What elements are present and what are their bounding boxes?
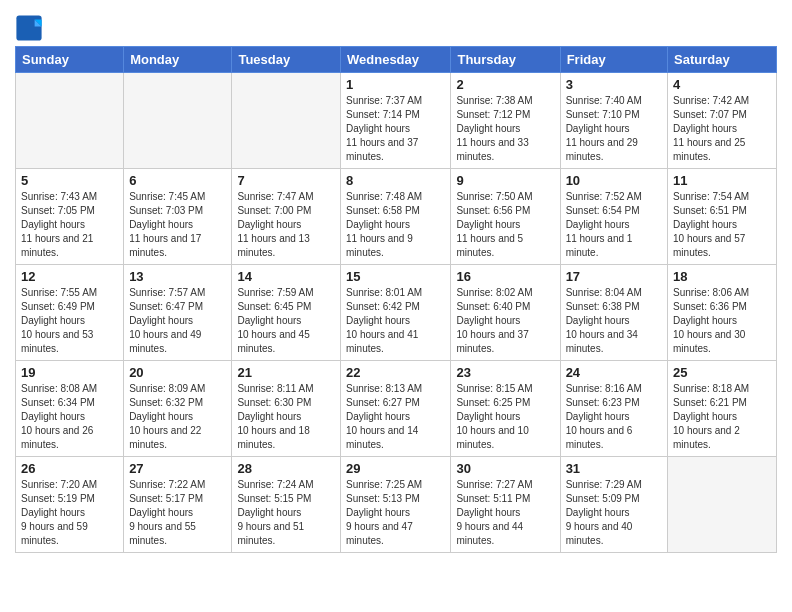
- day-number: 6: [129, 173, 226, 188]
- day-number: 1: [346, 77, 445, 92]
- calendar-cell: 13 Sunrise: 7:57 AM Sunset: 6:47 PM Dayl…: [124, 265, 232, 361]
- calendar-cell: 27 Sunrise: 7:22 AM Sunset: 5:17 PM Dayl…: [124, 457, 232, 553]
- calendar-week-5: 26 Sunrise: 7:20 AM Sunset: 5:19 PM Dayl…: [16, 457, 777, 553]
- svg-rect-0: [16, 15, 41, 40]
- day-number: 15: [346, 269, 445, 284]
- calendar-cell: 6 Sunrise: 7:45 AM Sunset: 7:03 PM Dayli…: [124, 169, 232, 265]
- calendar-cell: 16 Sunrise: 8:02 AM Sunset: 6:40 PM Dayl…: [451, 265, 560, 361]
- calendar-cell: 22 Sunrise: 8:13 AM Sunset: 6:27 PM Dayl…: [341, 361, 451, 457]
- day-info: Sunrise: 7:47 AM Sunset: 7:00 PM Dayligh…: [237, 190, 335, 260]
- day-number: 24: [566, 365, 662, 380]
- day-header-monday: Monday: [124, 47, 232, 73]
- day-header-wednesday: Wednesday: [341, 47, 451, 73]
- day-info: Sunrise: 8:04 AM Sunset: 6:38 PM Dayligh…: [566, 286, 662, 356]
- day-number: 13: [129, 269, 226, 284]
- calendar-cell: 31 Sunrise: 7:29 AM Sunset: 5:09 PM Dayl…: [560, 457, 667, 553]
- day-info: Sunrise: 7:43 AM Sunset: 7:05 PM Dayligh…: [21, 190, 118, 260]
- calendar-cell: 2 Sunrise: 7:38 AM Sunset: 7:12 PM Dayli…: [451, 73, 560, 169]
- day-info: Sunrise: 7:52 AM Sunset: 6:54 PM Dayligh…: [566, 190, 662, 260]
- day-info: Sunrise: 7:20 AM Sunset: 5:19 PM Dayligh…: [21, 478, 118, 548]
- calendar-cell: 18 Sunrise: 8:06 AM Sunset: 6:36 PM Dayl…: [668, 265, 777, 361]
- day-info: Sunrise: 7:57 AM Sunset: 6:47 PM Dayligh…: [129, 286, 226, 356]
- day-number: 21: [237, 365, 335, 380]
- day-info: Sunrise: 7:45 AM Sunset: 7:03 PM Dayligh…: [129, 190, 226, 260]
- calendar-cell: 29 Sunrise: 7:25 AM Sunset: 5:13 PM Dayl…: [341, 457, 451, 553]
- calendar-cell: 9 Sunrise: 7:50 AM Sunset: 6:56 PM Dayli…: [451, 169, 560, 265]
- calendar-cell: [16, 73, 124, 169]
- calendar-cell: 12 Sunrise: 7:55 AM Sunset: 6:49 PM Dayl…: [16, 265, 124, 361]
- calendar-cell: 25 Sunrise: 8:18 AM Sunset: 6:21 PM Dayl…: [668, 361, 777, 457]
- calendar-table: SundayMondayTuesdayWednesdayThursdayFrid…: [15, 46, 777, 553]
- day-info: Sunrise: 8:11 AM Sunset: 6:30 PM Dayligh…: [237, 382, 335, 452]
- day-info: Sunrise: 8:02 AM Sunset: 6:40 PM Dayligh…: [456, 286, 554, 356]
- day-info: Sunrise: 7:24 AM Sunset: 5:15 PM Dayligh…: [237, 478, 335, 548]
- day-info: Sunrise: 7:40 AM Sunset: 7:10 PM Dayligh…: [566, 94, 662, 164]
- day-number: 14: [237, 269, 335, 284]
- day-header-tuesday: Tuesday: [232, 47, 341, 73]
- calendar-cell: 11 Sunrise: 7:54 AM Sunset: 6:51 PM Dayl…: [668, 169, 777, 265]
- day-info: Sunrise: 7:29 AM Sunset: 5:09 PM Dayligh…: [566, 478, 662, 548]
- day-number: 27: [129, 461, 226, 476]
- calendar-cell: 26 Sunrise: 7:20 AM Sunset: 5:19 PM Dayl…: [16, 457, 124, 553]
- header: [15, 10, 777, 42]
- calendar-cell: 24 Sunrise: 8:16 AM Sunset: 6:23 PM Dayl…: [560, 361, 667, 457]
- calendar-cell: 17 Sunrise: 8:04 AM Sunset: 6:38 PM Dayl…: [560, 265, 667, 361]
- calendar-cell: 30 Sunrise: 7:27 AM Sunset: 5:11 PM Dayl…: [451, 457, 560, 553]
- day-info: Sunrise: 8:01 AM Sunset: 6:42 PM Dayligh…: [346, 286, 445, 356]
- day-number: 11: [673, 173, 771, 188]
- calendar-cell: 15 Sunrise: 8:01 AM Sunset: 6:42 PM Dayl…: [341, 265, 451, 361]
- day-number: 8: [346, 173, 445, 188]
- day-number: 7: [237, 173, 335, 188]
- day-number: 12: [21, 269, 118, 284]
- day-number: 2: [456, 77, 554, 92]
- day-number: 5: [21, 173, 118, 188]
- day-number: 28: [237, 461, 335, 476]
- day-info: Sunrise: 7:25 AM Sunset: 5:13 PM Dayligh…: [346, 478, 445, 548]
- day-info: Sunrise: 7:27 AM Sunset: 5:11 PM Dayligh…: [456, 478, 554, 548]
- day-info: Sunrise: 7:55 AM Sunset: 6:49 PM Dayligh…: [21, 286, 118, 356]
- day-info: Sunrise: 7:38 AM Sunset: 7:12 PM Dayligh…: [456, 94, 554, 164]
- day-info: Sunrise: 7:48 AM Sunset: 6:58 PM Dayligh…: [346, 190, 445, 260]
- day-number: 3: [566, 77, 662, 92]
- calendar-cell: [232, 73, 341, 169]
- day-info: Sunrise: 7:22 AM Sunset: 5:17 PM Dayligh…: [129, 478, 226, 548]
- day-number: 19: [21, 365, 118, 380]
- day-info: Sunrise: 7:59 AM Sunset: 6:45 PM Dayligh…: [237, 286, 335, 356]
- calendar-cell: 5 Sunrise: 7:43 AM Sunset: 7:05 PM Dayli…: [16, 169, 124, 265]
- day-number: 22: [346, 365, 445, 380]
- day-header-thursday: Thursday: [451, 47, 560, 73]
- day-number: 9: [456, 173, 554, 188]
- day-number: 30: [456, 461, 554, 476]
- calendar-cell: 8 Sunrise: 7:48 AM Sunset: 6:58 PM Dayli…: [341, 169, 451, 265]
- calendar-cell: 14 Sunrise: 7:59 AM Sunset: 6:45 PM Dayl…: [232, 265, 341, 361]
- calendar-week-4: 19 Sunrise: 8:08 AM Sunset: 6:34 PM Dayl…: [16, 361, 777, 457]
- calendar-week-3: 12 Sunrise: 7:55 AM Sunset: 6:49 PM Dayl…: [16, 265, 777, 361]
- day-info: Sunrise: 8:18 AM Sunset: 6:21 PM Dayligh…: [673, 382, 771, 452]
- day-info: Sunrise: 7:42 AM Sunset: 7:07 PM Dayligh…: [673, 94, 771, 164]
- logo-icon: [15, 14, 43, 42]
- calendar-container: SundayMondayTuesdayWednesdayThursdayFrid…: [0, 0, 792, 563]
- day-header-saturday: Saturday: [668, 47, 777, 73]
- day-info: Sunrise: 8:13 AM Sunset: 6:27 PM Dayligh…: [346, 382, 445, 452]
- calendar-cell: 20 Sunrise: 8:09 AM Sunset: 6:32 PM Dayl…: [124, 361, 232, 457]
- calendar-cell: 1 Sunrise: 7:37 AM Sunset: 7:14 PM Dayli…: [341, 73, 451, 169]
- calendar-cell: 21 Sunrise: 8:11 AM Sunset: 6:30 PM Dayl…: [232, 361, 341, 457]
- calendar-cell: 23 Sunrise: 8:15 AM Sunset: 6:25 PM Dayl…: [451, 361, 560, 457]
- calendar-cell: 3 Sunrise: 7:40 AM Sunset: 7:10 PM Dayli…: [560, 73, 667, 169]
- day-number: 31: [566, 461, 662, 476]
- calendar-cell: 28 Sunrise: 7:24 AM Sunset: 5:15 PM Dayl…: [232, 457, 341, 553]
- calendar-week-2: 5 Sunrise: 7:43 AM Sunset: 7:05 PM Dayli…: [16, 169, 777, 265]
- day-number: 25: [673, 365, 771, 380]
- logo: [15, 14, 47, 42]
- day-header-friday: Friday: [560, 47, 667, 73]
- day-info: Sunrise: 7:37 AM Sunset: 7:14 PM Dayligh…: [346, 94, 445, 164]
- day-header-sunday: Sunday: [16, 47, 124, 73]
- calendar-cell: 4 Sunrise: 7:42 AM Sunset: 7:07 PM Dayli…: [668, 73, 777, 169]
- day-number: 10: [566, 173, 662, 188]
- day-info: Sunrise: 8:06 AM Sunset: 6:36 PM Dayligh…: [673, 286, 771, 356]
- day-info: Sunrise: 7:50 AM Sunset: 6:56 PM Dayligh…: [456, 190, 554, 260]
- day-info: Sunrise: 7:54 AM Sunset: 6:51 PM Dayligh…: [673, 190, 771, 260]
- day-info: Sunrise: 8:15 AM Sunset: 6:25 PM Dayligh…: [456, 382, 554, 452]
- calendar-cell: 10 Sunrise: 7:52 AM Sunset: 6:54 PM Dayl…: [560, 169, 667, 265]
- day-number: 16: [456, 269, 554, 284]
